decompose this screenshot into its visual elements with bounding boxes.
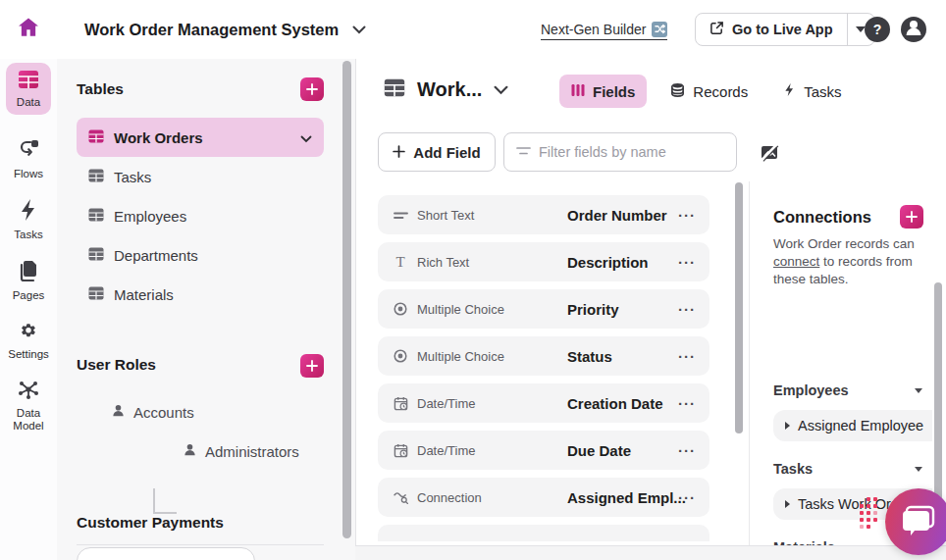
app-title-menu[interactable]: Work Order Management System xyxy=(84,0,366,59)
tab-tasks[interactable]: Tasks xyxy=(771,75,853,108)
home-icon xyxy=(16,15,41,44)
connection-icon xyxy=(392,491,409,504)
field-name: Status xyxy=(567,348,612,365)
table-title: Work... xyxy=(417,78,482,101)
add-field-button[interactable]: Add Field xyxy=(378,132,496,172)
customer-payments-field[interactable] xyxy=(77,547,255,560)
field-type: Multiple Choice xyxy=(417,302,504,317)
field-row[interactable]: Date/Time Creation Date ··· xyxy=(378,383,710,423)
person-icon xyxy=(183,442,197,460)
connection-group-tasks[interactable]: Tasks xyxy=(773,461,922,477)
chat-widget-button[interactable] xyxy=(885,488,946,555)
user-roles-heading: User Roles xyxy=(77,356,156,374)
user-avatar[interactable] xyxy=(901,17,926,42)
field-name: Order Number xyxy=(567,207,667,224)
role-item-administrators[interactable]: Administrators xyxy=(183,442,299,460)
connection-group-employees[interactable]: Employees xyxy=(773,382,922,398)
rail-item-flows[interactable]: Flows xyxy=(0,137,57,180)
field-name: Description xyxy=(567,254,649,271)
chevron-down-icon xyxy=(494,81,508,99)
field-row-partial[interactable] xyxy=(378,525,710,541)
hide-images-icon[interactable] xyxy=(759,141,780,163)
field-type: Rich Text xyxy=(417,255,469,270)
sidebar-item-work-orders[interactable]: Work Orders xyxy=(77,118,324,157)
drag-handle-dots[interactable] xyxy=(860,497,877,529)
filter-icon xyxy=(516,143,531,161)
connections-description: Work Order records can connect to record… xyxy=(773,235,922,288)
home-button[interactable] xyxy=(14,15,43,44)
field-menu-button[interactable]: ··· xyxy=(678,395,696,412)
connect-link[interactable]: connect xyxy=(773,254,819,269)
field-menu-button[interactable]: ··· xyxy=(678,348,696,365)
tab-label: Records xyxy=(693,83,748,100)
tree-connector xyxy=(153,488,177,514)
expand-caret-icon xyxy=(785,500,790,508)
field-list-scrollbar[interactable] xyxy=(735,182,743,433)
field-row[interactable]: Connection Assigned Empl... ··· xyxy=(378,478,710,517)
sidebar-item-materials[interactable]: Materials xyxy=(77,275,324,314)
lightning-icon xyxy=(783,82,796,100)
field-type: Connection xyxy=(417,490,482,505)
person-icon xyxy=(111,403,126,421)
help-button[interactable]: ? xyxy=(865,17,890,42)
sidebar-item-label: Departments xyxy=(114,247,198,264)
chevron-down-icon xyxy=(300,129,312,146)
add-role-button[interactable] xyxy=(300,354,324,378)
multiple-choice-icon xyxy=(392,302,409,316)
gear-icon xyxy=(931,419,932,433)
rail-label-flows: Flows xyxy=(0,168,57,180)
sidebar-item-departments[interactable]: Departments xyxy=(77,235,324,275)
filter-fields-input[interactable] xyxy=(539,144,724,160)
field-row[interactable]: Short Text Order Number ··· xyxy=(378,195,710,234)
rail-item-data-model[interactable]: Data Model xyxy=(0,379,57,433)
go-to-live-app-button[interactable]: Go to Live App xyxy=(695,13,875,46)
field-name: Priority xyxy=(567,301,619,318)
collapse-caret-icon xyxy=(915,388,922,393)
table-title-menu[interactable]: Work... xyxy=(384,78,508,101)
field-menu-button[interactable]: ··· xyxy=(678,207,696,224)
field-row[interactable]: Date/Time Due Date ··· xyxy=(378,431,710,470)
go-to-live-app-main[interactable]: Go to Live App xyxy=(696,14,847,45)
field-menu-button[interactable]: ··· xyxy=(678,442,696,459)
rail-item-settings[interactable]: Settings xyxy=(0,320,57,361)
sidebar-scrollbar[interactable] xyxy=(342,61,351,538)
field-menu-button[interactable]: ··· xyxy=(678,301,696,318)
field-row[interactable]: T Rich Text Description ··· xyxy=(378,242,710,281)
datetime-icon xyxy=(392,443,409,458)
app-title: Work Order Management System xyxy=(84,21,339,39)
field-row[interactable]: Multiple Choice Priority ··· xyxy=(378,289,710,329)
field-menu-button[interactable]: ··· xyxy=(678,254,696,271)
filter-fields-inputbox[interactable] xyxy=(503,132,737,172)
customer-payments-heading: Customer Payments xyxy=(77,514,224,532)
add-table-button[interactable] xyxy=(300,77,324,101)
rail-item-data[interactable]: Data xyxy=(0,63,57,115)
add-connection-button[interactable] xyxy=(900,205,923,229)
add-field-label: Add Field xyxy=(413,144,480,161)
tab-records[interactable]: Records xyxy=(658,75,760,108)
role-item-accounts[interactable]: Accounts xyxy=(111,403,194,421)
bottom-panel-edge xyxy=(355,545,946,560)
sidebar-item-tasks[interactable]: Tasks xyxy=(77,157,324,196)
field-row[interactable]: Multiple Choice Status ··· xyxy=(378,336,710,376)
table-icon xyxy=(88,208,104,225)
table-icon xyxy=(88,286,104,303)
group-label: Tasks xyxy=(773,461,813,477)
chat-bubble-icon xyxy=(901,503,936,540)
group-label: Employees xyxy=(773,382,849,398)
go-to-live-app-label: Go to Live App xyxy=(732,22,833,37)
lightning-icon xyxy=(18,208,39,225)
tab-fields[interactable]: Fields xyxy=(559,75,647,108)
sidebar-item-label: Materials xyxy=(114,286,174,303)
field-name: Assigned Empl... xyxy=(567,489,686,506)
sidebar-item-employees[interactable]: Employees xyxy=(77,196,324,235)
external-link-icon xyxy=(710,21,724,38)
table-icon xyxy=(384,78,405,101)
rail-item-tasks[interactable]: Tasks xyxy=(0,198,57,241)
connection-item-assigned-employee[interactable]: Assigned Employee xyxy=(773,410,932,441)
rail-item-pages[interactable]: Pages xyxy=(0,259,57,302)
user-icon xyxy=(901,15,926,44)
table-icon xyxy=(88,247,104,264)
next-gen-builder-label: Next-Gen Builder xyxy=(541,22,646,37)
table-tabs: Fields Records Tasks xyxy=(559,75,854,108)
next-gen-builder-link[interactable]: Next-Gen Builder xyxy=(541,19,667,40)
